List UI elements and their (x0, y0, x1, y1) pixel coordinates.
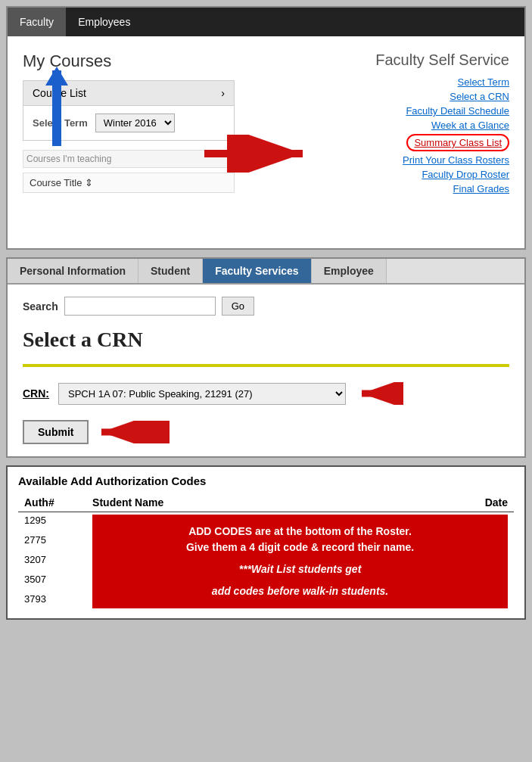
select-crn-title: Select a CRN (23, 328, 509, 352)
course-list-header[interactable]: Course List › (23, 80, 235, 106)
courses-teaching-label: Courses I'm teaching (23, 150, 235, 168)
auth-code-3507: 3507 (18, 571, 86, 591)
notice-line2: Give them a 4 digit code & record their … (104, 540, 496, 555)
fss-link-final-grades[interactable]: Final Grades (453, 183, 509, 194)
crn-select[interactable]: SPCH 1A 07: Public Speaking, 21291 (27) (58, 383, 346, 405)
auth-code-2775: 2775 (18, 532, 86, 552)
tab-student[interactable]: Student (138, 259, 203, 283)
auth-code-1295: 1295 (18, 512, 86, 533)
notice-line4: add codes before walk-in students. (104, 583, 496, 599)
fss-link-select-crn[interactable]: Select a CRN (450, 91, 509, 102)
nav-tab-employees[interactable]: Employees (66, 8, 142, 36)
section1-body: My Courses Course List › Select Term Win… (8, 36, 524, 248)
section3-panel: Available Add Authorization Codes Auth# … (6, 465, 526, 620)
section2-panel: Personal Information Student Faculty Ser… (6, 257, 526, 458)
crn-label: CRN: (23, 387, 49, 400)
col-student-name: Student Name (86, 493, 387, 512)
crn-row: CRN: SPCH 1A 07: Public Speaking, 21291 … (23, 382, 509, 405)
fss-link-summary-class[interactable]: Summary Class List (406, 134, 509, 151)
notice-line3: ***Wait List students get (104, 561, 496, 577)
col-auth: Auth# (18, 493, 86, 512)
nav-tab-faculty[interactable]: Faculty (8, 8, 66, 36)
course-list-label: Course List (33, 87, 86, 99)
term-select[interactable]: Winter 2016 (95, 114, 175, 132)
nav-bar: Faculty Employees (8, 8, 524, 36)
section3-title: Available Add Authorization Codes (18, 474, 514, 487)
red-arrow-submit-icon (98, 421, 173, 443)
go-button[interactable]: Go (222, 297, 254, 316)
yellow-divider (23, 364, 509, 367)
table-row: 1295 ADD CODES are at the bottom of the … (18, 512, 514, 533)
fss-link-select-term[interactable]: Select Term (458, 76, 509, 88)
select-term-label: Select Term (33, 117, 88, 129)
my-courses-title: My Courses (23, 51, 343, 71)
tab-employee[interactable]: Employee (312, 259, 387, 283)
fss-link-week-glance[interactable]: Week at a Glance (431, 120, 509, 131)
tab-personal-info[interactable]: Personal Information (8, 259, 138, 283)
submit-row: Submit (23, 420, 509, 444)
right-panel: Faculty Self Service Select Term Select … (350, 44, 517, 241)
chevron-right-icon: › (221, 87, 225, 99)
col-date: Date (387, 493, 514, 512)
select-term-row: Select Term Winter 2016 (23, 106, 235, 141)
red-notice-box: ADD CODES are at the bottom of the Roste… (92, 515, 508, 608)
auth-code-3793: 3793 (18, 591, 86, 611)
red-arrow-crn-icon (358, 382, 403, 405)
section2-body: Search Go Select a CRN CRN: SPCH 1A 07: … (8, 285, 524, 456)
auth-code-3207: 3207 (18, 552, 86, 571)
fss-link-print-rosters[interactable]: Print Your Class Rosters (403, 154, 509, 166)
section1-panel: Faculty Employees My Courses Course List… (6, 6, 526, 250)
auth-table: Auth# Student Name Date 1295 ADD CODES a… (18, 493, 514, 611)
search-input[interactable] (64, 297, 216, 316)
submit-button[interactable]: Submit (23, 420, 89, 444)
search-row: Search Go (23, 297, 509, 316)
fss-links: Select Term Select a CRN Faculty Detail … (358, 76, 509, 194)
tab-faculty-services[interactable]: Faculty Services (203, 259, 312, 283)
tabs-bar: Personal Information Student Faculty Ser… (8, 259, 524, 285)
notice-line1: ADD CODES are at the bottom of the Roste… (104, 524, 496, 540)
search-label: Search (23, 300, 58, 313)
fss-title: Faculty Self Service (358, 51, 509, 69)
red-arrow-right-icon (204, 135, 310, 173)
course-title-header: Course Title ⇕ (23, 173, 235, 193)
fss-link-faculty-detail[interactable]: Faculty Detail Schedule (406, 105, 509, 117)
fss-link-drop-roster[interactable]: Faculty Drop Roster (422, 169, 509, 180)
